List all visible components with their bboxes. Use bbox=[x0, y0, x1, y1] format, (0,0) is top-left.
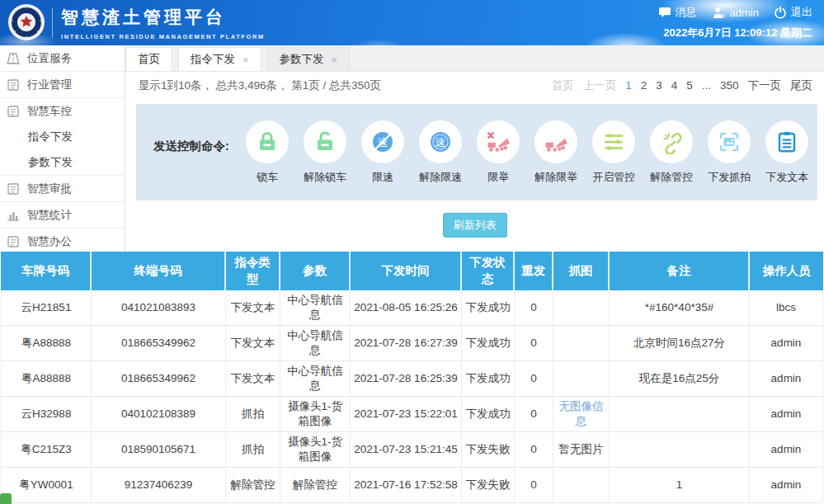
table-row[interactable]: 粤A88888 018665349962 下发文本 中心导航信息 2021-07… bbox=[1, 361, 823, 397]
tab-label: 指令下发 bbox=[191, 52, 235, 67]
cell-capture: 暂无图片 bbox=[553, 432, 610, 468]
cell-resend: 0 bbox=[515, 432, 553, 468]
cell-operator: admin bbox=[750, 326, 823, 361]
col-capture[interactable]: 抓图 bbox=[553, 252, 610, 290]
command-label: 下发文本 bbox=[762, 170, 812, 185]
cell-plate: 云H32988 bbox=[1, 397, 92, 432]
app-header: 智慧渣土管理平台 INTELLIGENT RESIDUE MANAGEMENT … bbox=[0, 0, 824, 45]
broken-link-icon bbox=[659, 130, 684, 154]
col-resend[interactable]: 重发 bbox=[515, 252, 553, 290]
header-divider bbox=[52, 7, 53, 38]
cell-param: 摄像头1-货箱图像 bbox=[280, 397, 351, 432]
cell-terminal: 91237406239 bbox=[92, 468, 226, 503]
logout-button[interactable]: 退出 bbox=[774, 5, 812, 20]
col-plate[interactable]: 车牌号码 bbox=[1, 252, 92, 290]
sidebar-item-vehicle-control[interactable]: 智慧车控 bbox=[0, 98, 125, 124]
tab-parameter-dispatch[interactable]: 参数下发 × bbox=[267, 47, 351, 71]
cell-capture bbox=[553, 326, 610, 361]
page-subtitle: INTELLIGENT RESIDUE MANAGEMENT PLATFORM bbox=[61, 33, 265, 40]
control-on-button[interactable]: 开启管控 bbox=[589, 120, 639, 185]
cell-capture bbox=[553, 361, 610, 397]
sidebar-subitem-parameter-dispatch[interactable]: 参数下发 bbox=[0, 149, 125, 175]
col-command-type[interactable]: 指令类型 bbox=[226, 252, 280, 290]
table-row[interactable]: 云H21851 041021083893 下发文本 中心导航信息 2021-08… bbox=[1, 290, 823, 326]
lock-vehicle-button[interactable]: 锁车 bbox=[242, 120, 293, 185]
col-remark[interactable]: 备注 bbox=[610, 252, 750, 290]
speed-limit-button[interactable]: 速 限速 bbox=[358, 120, 408, 185]
cell-resend: 0 bbox=[515, 290, 553, 326]
corner-widget[interactable] bbox=[0, 493, 12, 504]
sidebar-item-statistics[interactable]: 智慧统计 bbox=[0, 202, 125, 228]
control-off-button[interactable]: 解除管控 bbox=[647, 120, 697, 185]
sidebar-item-office[interactable]: 智慧办公 bbox=[0, 228, 125, 254]
table-row[interactable]: 粤C215Z3 018590105671 抓拍 摄像头1-货箱图像 2021-0… bbox=[1, 432, 823, 468]
table-row[interactable]: 云H32988 040102108389 抓拍 摄像头1-货箱图像 2021-0… bbox=[1, 397, 823, 432]
sidebar-item-label: 行业管理 bbox=[27, 78, 72, 92]
messages-button[interactable]: 消息 bbox=[658, 5, 697, 20]
pagination-last[interactable]: 尾页 bbox=[790, 78, 812, 93]
lift-limit-button[interactable]: 限举 bbox=[473, 120, 524, 185]
speed-limit-icon: 速 bbox=[370, 130, 395, 154]
pagination-page-350[interactable]: 350 bbox=[720, 79, 739, 92]
sidebar-item-industry-management[interactable]: 行业管理 bbox=[0, 72, 125, 97]
sidebar-item-location-service[interactable]: 位置服务 bbox=[0, 45, 125, 71]
cell-status: 下发成功 bbox=[462, 290, 515, 326]
table-row[interactable]: 粤YW0001 91237406239 解除管控 解除管控 2021-07-16… bbox=[1, 468, 823, 503]
cell-capture[interactable]: 无图像信息 bbox=[553, 397, 610, 432]
refresh-list-button[interactable]: 刷新列表 bbox=[443, 213, 507, 238]
cell-param: 中心导航信息 bbox=[280, 326, 351, 361]
pagination-prev[interactable]: 上一页 bbox=[583, 78, 617, 93]
col-terminal[interactable]: 终端号码 bbox=[92, 252, 226, 290]
pagination-first[interactable]: 首页 bbox=[552, 78, 574, 93]
pagination-page-2[interactable]: 2 bbox=[641, 79, 647, 92]
tab-command-dispatch[interactable]: 指令下发 × bbox=[178, 47, 261, 71]
command-label: 锁车 bbox=[242, 170, 293, 185]
pagination-page-5[interactable]: 5 bbox=[686, 79, 693, 92]
table-row[interactable]: 粤A88888 018665349962 下发文本 中心导航信息 2021-07… bbox=[1, 326, 823, 361]
cell-command-type: 抓拍 bbox=[226, 397, 280, 432]
cell-remark: 1 bbox=[610, 468, 750, 503]
command-table: 车牌号码 终端号码 指令类型 参数 下发时间 下发状态 重发 抓图 备注 操作人… bbox=[1, 252, 823, 504]
lift-unlimit-button[interactable]: 解除限举 bbox=[531, 120, 582, 185]
cell-command-type: 解除管控 bbox=[226, 468, 280, 503]
cell-terminal: 040102108389 bbox=[92, 397, 226, 432]
pagination-next[interactable]: 下一页 bbox=[748, 78, 782, 93]
command-label: 解除锁车 bbox=[300, 170, 351, 185]
tab-close-icon[interactable]: × bbox=[332, 54, 338, 65]
col-operator[interactable]: 操作人员 bbox=[750, 252, 823, 290]
cell-sent-time: 2021-07-23 15:22:01 bbox=[351, 397, 462, 432]
pagination-page-3[interactable]: 3 bbox=[656, 79, 662, 92]
sidebar: 位置服务 行业管理 智慧车控 bbox=[0, 45, 125, 252]
sliders-icon bbox=[601, 130, 626, 154]
cell-capture bbox=[553, 290, 610, 326]
sidebar-subitem-command-dispatch[interactable]: 指令下发 bbox=[0, 124, 125, 149]
cell-command-type: 下发文本 bbox=[226, 290, 280, 326]
main-content: 首页 指令下发 × 参数下发 × 显示1到10条， 总共3,496条， 第1页 … bbox=[125, 45, 824, 252]
sidebar-item-approval[interactable]: 智慧审批 bbox=[0, 176, 125, 201]
user-menu[interactable]: admin bbox=[712, 6, 759, 20]
capture-button[interactable]: 下发抓拍 bbox=[704, 120, 755, 185]
username: admin bbox=[730, 7, 759, 19]
col-status[interactable]: 下发状态 bbox=[462, 252, 515, 290]
col-sent-time[interactable]: 下发时间 bbox=[351, 252, 462, 290]
lift-limit-truck-icon bbox=[486, 130, 511, 154]
cell-sent-time: 2021-07-28 16:27:39 bbox=[351, 326, 462, 361]
message-bubble-icon bbox=[658, 6, 671, 19]
tab-close-icon[interactable]: × bbox=[242, 54, 249, 65]
send-text-button[interactable]: 下发文本 bbox=[762, 120, 812, 185]
cell-terminal: 018665349962 bbox=[92, 326, 226, 361]
table-body: 云H21851 041021083893 下发文本 中心导航信息 2021-08… bbox=[1, 290, 823, 503]
cell-remark: *#160*40*35# bbox=[610, 290, 750, 326]
power-icon bbox=[774, 6, 787, 19]
cell-status: 下发失败 bbox=[462, 468, 515, 503]
cell-operator: admin bbox=[750, 468, 823, 503]
sidebar-item-label: 智慧车控 bbox=[27, 104, 72, 119]
tab-home[interactable]: 首页 bbox=[125, 47, 172, 71]
unlock-vehicle-button[interactable]: 解除锁车 bbox=[300, 120, 351, 185]
col-param[interactable]: 参数 bbox=[280, 252, 351, 290]
command-label: 解除管控 bbox=[647, 170, 697, 185]
cell-operator: admin bbox=[750, 361, 823, 397]
pagination-page-1[interactable]: 1 bbox=[625, 79, 632, 92]
pagination-page-4[interactable]: 4 bbox=[671, 79, 678, 92]
speed-unlimit-button[interactable]: 速 解除限速 bbox=[416, 120, 466, 185]
